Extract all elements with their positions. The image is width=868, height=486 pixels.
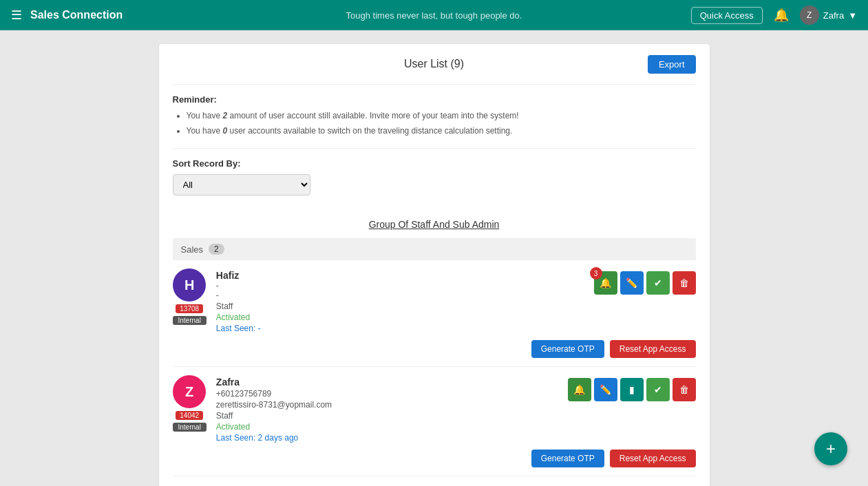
page-title: User List (9) (404, 58, 464, 70)
user-actions: 3 🔔 ✏️ ✔ 🗑 (594, 268, 696, 295)
user-info: Zafra +60123756789 zerettissiro-8731@yop… (216, 375, 332, 443)
header-right: Quick Access 🔔 Z Zafra ▼ (691, 6, 857, 25)
check-button[interactable]: ✔ (646, 271, 670, 295)
internal-badge: Internal (173, 423, 207, 432)
check-button-2[interactable]: ✔ (646, 378, 670, 401)
reminder-section: Reminder: You have 2 amount of user acco… (173, 84, 696, 148)
user-row-footer-2: Generate OTP Reset App Access (173, 443, 696, 467)
edit-icon: ✏️ (626, 277, 637, 288)
screen-icon: ▮ (629, 384, 635, 395)
check-icon: ✔ (654, 384, 662, 395)
reminder-item-2: You have 0 user accounts available to sw… (187, 124, 696, 139)
user-id-badge: 13708 (176, 304, 203, 313)
table-row: Z 14042 Internal Zafra +60123756789 zere… (173, 367, 696, 476)
user-id-badge: 14042 (176, 411, 203, 420)
sort-label: Sort Record By: (173, 158, 696, 169)
user-status: Activated (216, 422, 332, 432)
reminder-list: You have 2 amount of user account still … (173, 109, 696, 138)
fab-add-button[interactable]: + (814, 432, 847, 465)
user-phone: +60123756789 (216, 389, 332, 399)
generate-otp-button[interactable]: Generate OTP (531, 340, 604, 358)
header-tagline: Tough times never last, but tough people… (346, 10, 522, 21)
user-row-footer: Generate OTP Reset App Access (173, 333, 696, 358)
screen-button-2[interactable]: ▮ (620, 378, 644, 401)
card-header: User List (9) Export (173, 58, 696, 70)
user-list-card: User List (9) Export Reminder: You have … (159, 44, 710, 486)
notification-icon: 🔔 (600, 277, 611, 288)
notification-icon: 🔔 (573, 384, 585, 395)
user-row-main: H 13708 Internal Hafiz - - Staff Activat… (173, 268, 696, 333)
internal-badge: Internal (173, 316, 207, 325)
user-email: zerettissiro-8731@yopmail.com (216, 400, 332, 410)
app-title: Sales Connection (30, 9, 123, 21)
notification-button-2[interactable]: 🔔 (568, 378, 591, 401)
trash-icon: 🗑 (679, 384, 689, 395)
notification-button[interactable]: 3 🔔 (594, 271, 617, 295)
avatar: Z (800, 6, 819, 25)
tab-sales-count: 2 (209, 244, 224, 255)
quick-access-button[interactable]: Quick Access (691, 7, 763, 24)
user-left: H 13708 Internal Hafiz - - Staff Activat… (173, 268, 261, 333)
export-button[interactable]: Export (648, 55, 696, 74)
edit-button[interactable]: ✏️ (620, 271, 644, 295)
user-extra: - (216, 290, 261, 300)
tab-sales-label[interactable]: Sales (181, 244, 204, 255)
reminder-title: Reminder: (173, 94, 696, 105)
generate-otp-button-2[interactable]: Generate OTP (531, 450, 604, 467)
user-left: Z 14042 Internal Zafra +60123756789 zere… (173, 375, 332, 443)
group-header: Group Of Staff And Sub Admin (173, 205, 696, 238)
sort-select[interactable]: All (173, 174, 310, 196)
user-info: Hafiz - - Staff Activated Last Seen: - (216, 268, 261, 333)
user-menu[interactable]: Z Zafra ▼ (800, 6, 857, 25)
sort-section: Sort Record By: All (173, 148, 696, 205)
user-name: Zafra (216, 377, 332, 388)
table-row: H 13708 Internal Hafiz - - Staff Activat… (173, 260, 696, 367)
chevron-down-icon: ▼ (848, 10, 857, 21)
menu-icon[interactable]: ☰ (11, 8, 22, 23)
avatar-wrap: Z 14042 Internal (173, 375, 207, 432)
app-header: ☰ Sales Connection Tough times never las… (0, 0, 868, 30)
user-last-seen: Last Seen: - (216, 324, 261, 333)
user-actions: 🔔 ✏️ ▮ ✔ 🗑 (568, 375, 696, 401)
avatar-wrap: H 13708 Internal (173, 268, 207, 325)
reset-app-access-button[interactable]: Reset App Access (610, 340, 696, 358)
user-last-seen: Last Seen: 2 days ago (216, 433, 332, 443)
user-phone: - (216, 281, 261, 290)
user-role: Staff (216, 411, 332, 421)
check-icon: ✔ (654, 277, 662, 288)
user-row-main: Z 14042 Internal Zafra +60123756789 zere… (173, 375, 696, 443)
user-role: Staff (216, 302, 261, 311)
user-name: Hafiz (216, 270, 261, 281)
avatar-initial: Z (185, 384, 193, 400)
delete-button-2[interactable]: 🗑 (673, 378, 696, 401)
edit-icon: ✏️ (600, 384, 611, 395)
bell-icon[interactable]: 🔔 (774, 8, 789, 23)
main-content: User List (9) Export Reminder: You have … (0, 30, 868, 486)
user-list: H 13708 Internal Hafiz - - Staff Activat… (173, 260, 696, 476)
avatar: H (173, 268, 206, 302)
reminder-item-1: You have 2 amount of user account still … (187, 109, 696, 124)
trash-icon: 🗑 (679, 277, 689, 288)
notification-badge: 3 (590, 267, 602, 279)
avatar: Z (173, 375, 206, 408)
reset-app-access-button-2[interactable]: Reset App Access (610, 450, 696, 467)
edit-button-2[interactable]: ✏️ (594, 378, 617, 401)
avatar-initial: H (184, 277, 194, 293)
delete-button[interactable]: 🗑 (673, 271, 696, 295)
user-status: Activated (216, 313, 261, 322)
user-name-label: Zafra (823, 10, 844, 21)
tab-bar: Sales 2 (173, 238, 696, 260)
user-initial: Z (807, 10, 812, 20)
